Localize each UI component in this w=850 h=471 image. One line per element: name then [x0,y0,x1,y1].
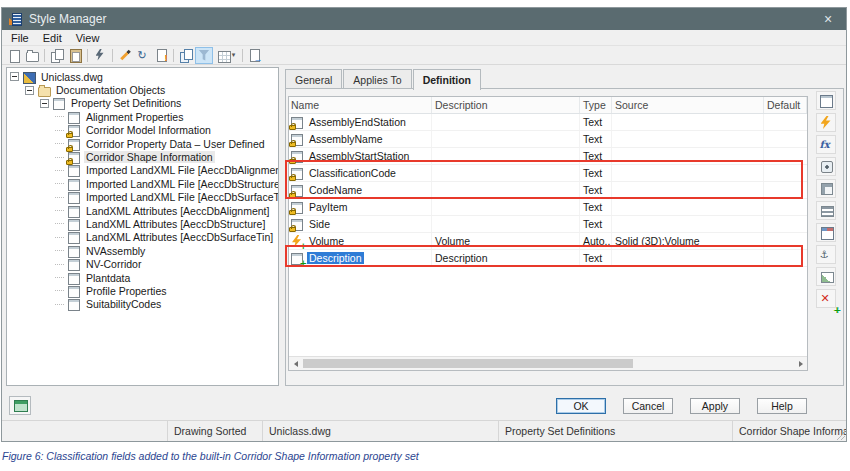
AssemblyStartStation[interactable]: AssemblyStartStation Text [289,148,807,165]
paste-button[interactable] [66,47,84,64]
toolbar-button[interactable] [109,47,116,64]
toolbar-button[interactable] [84,47,91,64]
drawing-view-icon [14,400,27,411]
horizontal-scrollbar[interactable] [289,356,807,370]
property-default [764,250,807,266]
property-source: Solid (3D):Volume [612,233,764,249]
bolt-icon [291,235,304,247]
column-header-source[interactable]: Source [612,97,764,113]
tree-item[interactable]: Documentation Objects [7,83,278,96]
tree-item[interactable]: Plantdata [7,271,278,284]
property-default [764,182,807,198]
tree-item[interactable]: Uniclass.dwg [7,70,278,83]
collapse-icon[interactable] [10,72,19,81]
scrollbar-thumb[interactable] [303,359,633,368]
purge-styles-button[interactable] [91,47,109,64]
tree-connector [55,210,64,211]
AssemblyName[interactable]: AssemblyName Text [289,131,807,148]
column-header-description[interactable]: Description [432,97,580,113]
add-location-property-button[interactable] [816,157,836,176]
tab-applies-to[interactable]: Applies To [343,69,411,89]
toolbar-button[interactable] [239,47,246,64]
menubar: File Edit View [2,30,846,46]
tab-definition[interactable]: Definition [413,69,481,90]
scroll-left-button[interactable] [289,357,302,370]
edit-style-button[interactable] [116,47,134,64]
add-anchor-property-button[interactable] [816,245,836,264]
synchronize-button[interactable] [134,47,152,64]
copy-button[interactable] [48,47,66,64]
update-standards-button[interactable] [152,47,170,64]
add-project-property-button[interactable] [816,223,836,242]
menu-edit[interactable]: Edit [36,32,69,44]
copy-styles-icon [180,49,193,62]
property-default [764,216,807,232]
cancel-button[interactable]: Cancel [623,398,673,414]
tree-item[interactable]: NVAssembly [7,244,278,257]
property-source [612,148,764,164]
tree-item[interactable]: Corridor Property Data – User Defined [7,137,278,150]
tree-item[interactable]: LandXML Attributes [AeccDbAlignment] [7,204,278,217]
add-material-property-button[interactable] [816,201,836,220]
add-automatic-property-button[interactable] [816,113,836,132]
copy-styles-button[interactable] [177,47,195,64]
tree-item[interactable]: LandXML Attributes [AeccDbStructure] [7,217,278,230]
collapse-icon[interactable] [25,86,34,95]
tree-item[interactable]: SuitabilityCodes [7,298,278,311]
inline-edit-button[interactable] [213,47,239,64]
add-classification-property-button[interactable] [816,179,836,198]
tree-item[interactable]: LandXML Attributes [AeccDbSurfaceTin] [7,231,278,244]
column-header-type[interactable]: Type [580,97,612,113]
CodeName[interactable]: CodeName Text [289,182,807,199]
add-graphic-property-button[interactable] [816,267,836,286]
Description[interactable]: Description Description Text [289,250,807,267]
ok-button[interactable]: OK [556,398,606,414]
tab-general[interactable]: General [285,69,342,89]
menu-file[interactable]: File [4,32,36,44]
lock-icon [289,125,296,130]
toolbar-button[interactable] [170,47,177,64]
tree-item[interactable]: Property Set Definitions [7,97,278,110]
toolbar-button[interactable] [41,47,48,64]
transfer-styles-icon [249,49,262,62]
add-location-property-icon [820,160,833,173]
tree-connector [55,237,64,238]
column-header-name[interactable]: Name [289,97,432,113]
property-type: Text [580,114,612,130]
tree-item[interactable]: Profile Properties [7,284,278,297]
drawing-icon [23,71,36,83]
ClassificationCode[interactable]: ClassificationCode Text [289,165,807,182]
style-tree-panel[interactable]: Uniclass.dwg Documentation Objects [6,67,279,386]
Volume[interactable]: Volume Volume Auto... Solid (3D):Volume [289,233,807,250]
tree-item[interactable]: NV-Corridor [7,257,278,270]
help-button[interactable]: Help [757,398,807,414]
collapse-icon[interactable] [40,99,49,108]
tree-item[interactable]: Imported LandXML File [AeccDbStructure] [7,177,278,190]
add-formula-property-button[interactable] [816,135,836,154]
menu-view[interactable]: View [69,32,107,44]
scroll-right-button[interactable] [794,357,807,370]
property-source [612,199,764,215]
tree-item[interactable]: Corridor Model Information [7,124,278,137]
tree-item[interactable]: Alignment Properties [7,110,278,123]
floating-view-toggle-button[interactable] [9,396,31,415]
filter-style-type-button[interactable] [195,47,213,64]
transfer-styles-button[interactable] [246,47,264,64]
AssemblyEndStation[interactable]: AssemblyEndStation Text [289,114,807,131]
tree-item[interactable]: Corridor Shape Information [7,150,278,163]
new-style-button[interactable] [5,47,23,64]
apply-button[interactable]: Apply [690,398,740,414]
tree-item[interactable]: Imported LandXML File [AeccDbAlignment] [7,164,278,177]
column-header-default[interactable]: Default [764,97,807,113]
definition-tab-pane: Name Description Type Source Default [285,88,844,386]
open-drawing-button[interactable] [23,47,41,64]
tree-connector [55,277,64,278]
titlebar[interactable]: Style Manager × [2,8,846,30]
add-manual-property-button[interactable] [816,91,836,110]
synchronize-icon [137,49,150,62]
PayItem[interactable]: PayItem Text [289,199,807,216]
close-button[interactable]: × [810,8,846,30]
Side[interactable]: Side Text [289,216,807,233]
tree-item[interactable]: Imported LandXML File [AeccDbSurfaceTin] [7,191,278,204]
tree-connector [55,223,64,224]
